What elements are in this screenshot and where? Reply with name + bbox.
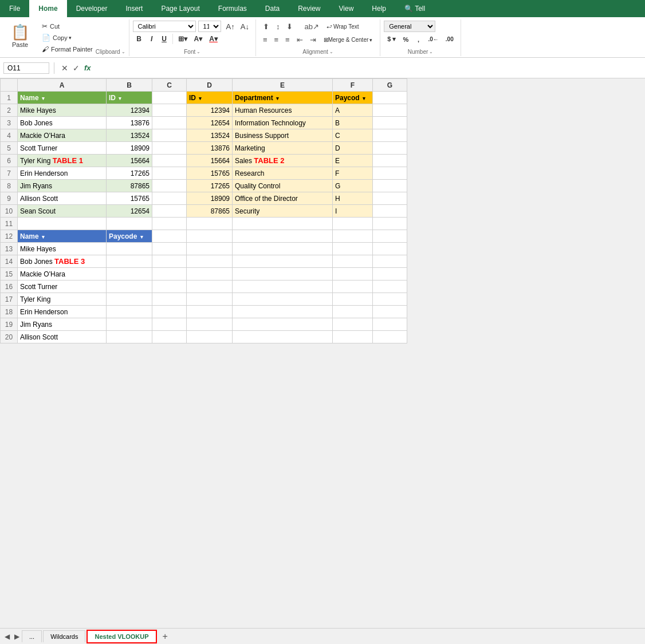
tab-page-layout[interactable]: Page Layout [152, 0, 209, 17]
cell-g1[interactable] [373, 92, 407, 104]
cell-g9[interactable] [373, 192, 407, 205]
decrease-indent-btn[interactable]: ⇤ [293, 34, 306, 46]
cell-g2[interactable] [373, 104, 407, 117]
font-family-select[interactable]: Calibri [133, 21, 196, 32]
copy-button[interactable]: 📄 Copy ▾ [39, 32, 96, 44]
align-top-btn[interactable]: ⬆ [259, 21, 273, 33]
cell-a9[interactable]: Allison Scott [18, 192, 107, 205]
cell-b6[interactable]: 15664 [107, 155, 152, 167]
cell-c20[interactable] [152, 331, 187, 343]
cell-e9[interactable]: Office of the Director [233, 192, 333, 205]
cell-c8[interactable] [152, 180, 187, 192]
tab-view[interactable]: View [330, 0, 363, 17]
cell-f19[interactable] [333, 318, 373, 331]
cell-c15[interactable] [152, 268, 187, 280]
cell-e15[interactable] [233, 268, 333, 280]
cell-g12[interactable] [373, 230, 407, 243]
cell-b19[interactable] [107, 318, 152, 331]
cell-e20[interactable] [233, 331, 333, 343]
cell-c1[interactable] [152, 92, 187, 104]
cell-a7[interactable]: Erin Henderson [18, 167, 107, 180]
cell-e6[interactable]: Sales TABLE 2 [233, 155, 333, 167]
cell-a17[interactable]: Tyler King [18, 293, 107, 306]
cell-f4[interactable]: C [333, 129, 373, 142]
cell-c12[interactable] [152, 230, 187, 243]
cell-d11[interactable] [187, 218, 233, 230]
cell-f15[interactable] [333, 268, 373, 280]
cell-g18[interactable] [373, 306, 407, 318]
cell-f1[interactable]: Paycod ▾ [333, 92, 373, 104]
cell-d6[interactable]: 15664 [187, 155, 233, 167]
cell-a19[interactable]: Jim Ryans [18, 318, 107, 331]
cell-b9[interactable]: 15765 [107, 192, 152, 205]
cell-e7[interactable]: Research [233, 167, 333, 180]
cell-a15[interactable]: Mackie O'Hara [18, 268, 107, 280]
cell-d15[interactable] [187, 268, 233, 280]
cell-b20[interactable] [107, 331, 152, 343]
cell-b16[interactable] [107, 280, 152, 293]
col-header-c[interactable]: C [152, 79, 187, 92]
cell-d5[interactable]: 13876 [187, 142, 233, 155]
cell-g3[interactable] [373, 117, 407, 129]
cell-f9[interactable]: H [333, 192, 373, 205]
tab-help[interactable]: Help [363, 0, 395, 17]
cell-f3[interactable]: B [333, 117, 373, 129]
cell-a10[interactable]: Sean Scout [18, 205, 107, 218]
font-size-select[interactable]: 11 [198, 21, 221, 32]
cell-e16[interactable] [233, 280, 333, 293]
insert-function-icon[interactable]: fx [82, 62, 93, 73]
cell-a20[interactable]: Allison Scott [18, 331, 107, 343]
cell-g19[interactable] [373, 318, 407, 331]
wrap-text-btn[interactable]: ⮐ Wrap Text [322, 22, 363, 31]
align-middle-btn[interactable]: ↕ [273, 21, 284, 33]
cell-f6[interactable]: E [333, 155, 373, 167]
col-header-a[interactable]: A [18, 79, 107, 92]
cell-d20[interactable] [187, 331, 233, 343]
tab-data[interactable]: Data [256, 0, 289, 17]
cell-d17[interactable] [187, 293, 233, 306]
cell-e2[interactable]: Human Resources [233, 104, 333, 117]
cell-d14[interactable] [187, 255, 233, 268]
cell-e14[interactable] [233, 255, 333, 268]
cell-a16[interactable]: Scott Turner [18, 280, 107, 293]
align-center-btn[interactable]: ≡ [271, 34, 282, 46]
clipboard-expand-icon[interactable]: ⌄ [121, 49, 125, 54]
grid-container[interactable]: A B C D E F G 1 Name ▾ ID ▾ ID ▾ Depar [0, 78, 645, 343]
cut-button[interactable]: ✂ Cut [39, 21, 96, 32]
cell-e12[interactable] [233, 230, 333, 243]
align-bottom-btn[interactable]: ⬇ [283, 21, 296, 33]
cell-a6[interactable]: Tyler King TABLE 1 [18, 155, 107, 167]
cell-c14[interactable] [152, 255, 187, 268]
cell-g20[interactable] [373, 331, 407, 343]
cell-c6[interactable] [152, 155, 187, 167]
tab-file[interactable]: File [0, 0, 29, 17]
cell-b14[interactable] [107, 255, 152, 268]
decrease-font-btn[interactable]: A↓ [238, 21, 252, 32]
cell-g4[interactable] [373, 129, 407, 142]
cell-d2[interactable]: 12394 [187, 104, 233, 117]
number-expand-icon[interactable]: ⌄ [429, 49, 433, 54]
cell-b11[interactable] [107, 218, 152, 230]
cell-d18[interactable] [187, 306, 233, 318]
cell-d8[interactable]: 17265 [187, 180, 233, 192]
cell-b8[interactable]: 87865 [107, 180, 152, 192]
cell-c17[interactable] [152, 293, 187, 306]
angle-text-btn[interactable]: ab↗ [301, 21, 322, 33]
align-right-btn[interactable]: ≡ [282, 34, 293, 46]
confirm-formula-icon[interactable]: ✓ [70, 62, 82, 74]
increase-decimal-btn[interactable]: .00 [442, 34, 457, 44]
cell-e4[interactable]: Business Support [233, 129, 333, 142]
increase-indent-btn[interactable]: ⇥ [306, 34, 320, 46]
cell-g6[interactable] [373, 155, 407, 167]
italic-button[interactable]: I [145, 33, 158, 45]
cell-e19[interactable] [233, 318, 333, 331]
cell-b5[interactable]: 18909 [107, 142, 152, 155]
fill-color-button[interactable]: A▾ [191, 33, 206, 45]
cell-a8[interactable]: Jim Ryans [18, 180, 107, 192]
alignment-expand-icon[interactable]: ⌄ [329, 49, 333, 54]
cell-g14[interactable] [373, 255, 407, 268]
cell-b12[interactable]: Paycode ▾ [107, 230, 152, 243]
tab-home[interactable]: Home [29, 0, 66, 17]
cell-e10[interactable]: Security [233, 205, 333, 218]
tab-review[interactable]: Review [289, 0, 329, 17]
